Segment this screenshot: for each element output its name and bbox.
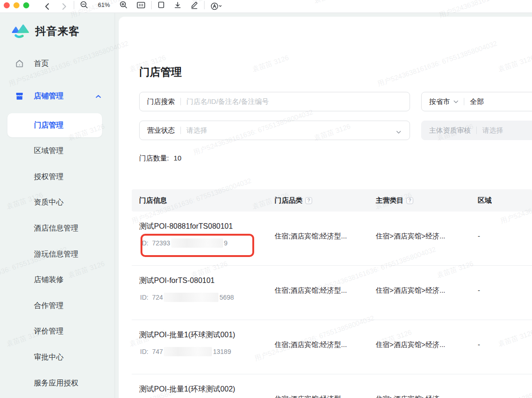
zoom-in-icon[interactable] — [118, 0, 129, 10]
storefront-icon — [15, 91, 24, 101]
region: - — [478, 340, 480, 348]
sidebar-subitem-4[interactable]: 资质中心 — [7, 191, 102, 215]
minimize-window-button[interactable] — [13, 2, 19, 8]
sidebar: 抖音来客 首页 店铺管理 门店管理区域管理授权管理资质中心酒店信息管理游玩信息管… — [0, 13, 115, 398]
qualification-filter-label: 主体资质审核 — [429, 126, 471, 135]
column-header-store-category: 门店品类 ? — [275, 196, 312, 205]
table-header: 门店信息 门店品类 ? 主营类目 ? 区域 — [132, 189, 532, 212]
business-status-select[interactable]: 营业状态 请选择 — [139, 121, 410, 140]
fit-width-icon[interactable] — [135, 0, 147, 10]
region: - — [478, 286, 480, 294]
sidebar-subitem-2[interactable]: 区域管理 — [7, 139, 102, 163]
region: - — [478, 232, 480, 240]
sidebar-subitem-label: 合作管理 — [34, 301, 64, 311]
sidebar-subitem-label: 游玩信息管理 — [34, 250, 78, 259]
sidebar-subitem-label: 门店管理 — [34, 121, 64, 130]
douyin-laike-logo-icon — [11, 21, 31, 41]
download-icon[interactable] — [173, 0, 183, 10]
main-category: 住宿>酒店宾馆>经济... — [376, 340, 445, 349]
store-name[interactable]: 测试POI-批量1(环球测试002) — [139, 385, 235, 394]
store-id-visible-start: 72393 — [152, 239, 170, 247]
store-category: 住宿;酒店宾馆;经济型... — [275, 340, 347, 349]
sidebar-subitem-label: 区域管理 — [34, 146, 64, 156]
province-filter-select[interactable]: 按省市 全部 — [421, 92, 532, 111]
store-id-visible-start: 747 — [152, 348, 163, 355]
zoom-window-button[interactable] — [23, 2, 29, 8]
column-header-store-info: 门店信息 — [139, 196, 167, 205]
sidebar-subitem-label: 酒店信息管理 — [34, 224, 78, 233]
store-id-visible-start: 724 — [152, 294, 163, 301]
store-count-value: 10 — [173, 154, 181, 162]
page-title: 门店管理 — [139, 65, 182, 79]
home-icon — [15, 59, 24, 68]
table-row[interactable]: 测试POI-批量1(环球测试001)ID:74713189住宿;酒店宾馆;经济型… — [132, 320, 532, 374]
input-divider — [180, 127, 181, 134]
qualification-filter-placeholder: 请选择 — [482, 126, 503, 135]
store-category: 住宿;酒店宾馆;经济型... — [275, 395, 347, 398]
status-filter-label: 营业状态 — [147, 126, 175, 135]
sidebar-item-label: 首页 — [34, 59, 49, 69]
help-icon[interactable]: ? — [406, 197, 413, 204]
help-icon[interactable]: ? — [305, 197, 312, 204]
sidebar-subitem-11[interactable]: 服务应用授权 — [7, 371, 102, 395]
search-label: 门店搜索 — [147, 97, 175, 106]
main-category: 住宿>酒店宾馆>经济... — [376, 395, 445, 398]
sidebar-subitem-1[interactable]: 门店管理 — [7, 113, 102, 137]
province-filter-label: 按省市 — [429, 97, 450, 106]
sidebar-subitem-3[interactable]: 授权管理 — [7, 165, 102, 189]
toolbar-divider — [74, 1, 74, 9]
sidebar-subitem-10[interactable]: 审批中心 — [7, 345, 102, 369]
table-row[interactable]: 测试POI-批量1(环球测试002)ID:7477434住宿;酒店宾馆;经济型.… — [132, 374, 532, 398]
search-placeholder: 门店名/ID/备注名/备注编号 — [186, 97, 269, 106]
sidebar-item-label: 店铺管理 — [34, 91, 64, 101]
region: - — [478, 395, 480, 398]
store-count-label: 门店数量: — [139, 154, 169, 162]
store-name[interactable]: 测试POI-80881forTS080101 — [139, 222, 233, 231]
store-search-input[interactable]: 门店搜索 门店名/ID/备注名/备注编号 — [139, 92, 410, 111]
close-window-button[interactable] — [4, 2, 10, 8]
status-filter-placeholder: 请选择 — [186, 126, 207, 135]
sidebar-subitem-9[interactable]: 评价管理 — [7, 320, 102, 344]
page-icon[interactable] — [156, 0, 166, 10]
province-filter-value: 全部 — [470, 97, 484, 106]
sidebar-subitem-5[interactable]: 酒店信息管理 — [7, 216, 102, 240]
sidebar-subitem-label: 资质中心 — [34, 198, 64, 207]
sidebar-subitem-label: 审批中心 — [34, 353, 64, 362]
table-row[interactable]: 测试POI-forTS-080101ID:7245698住宿;酒店宾馆;经济型.… — [132, 266, 532, 320]
store-category: 住宿;酒店宾馆;经济型... — [275, 232, 347, 241]
toolbar-divider — [151, 1, 152, 9]
main-content: 门店管理 门店搜索 门店名/ID/备注名/备注编号 按省市 全部 营业状态 请选… — [119, 17, 532, 398]
forward-icon[interactable] — [59, 1, 69, 12]
store-id-label: ID: — [140, 348, 148, 355]
chevron-down-icon — [396, 128, 401, 135]
store-count: 门店数量: 10 — [139, 154, 181, 163]
zoom-out-icon[interactable] — [79, 0, 90, 10]
toolbar-divider — [204, 1, 205, 9]
window-controls — [4, 2, 29, 8]
sidebar-subitem-label: 服务应用授权 — [34, 379, 78, 388]
redaction-block — [164, 347, 212, 356]
sidebar-subitem-label: 店铺装修 — [34, 275, 64, 285]
store-name[interactable]: 测试POI-forTS-080101 — [139, 276, 215, 286]
store-id: ID:723939 — [140, 238, 228, 248]
store-id: ID:74713189 — [140, 347, 231, 356]
sidebar-item-home[interactable]: 首页 — [0, 54, 115, 73]
table-row[interactable]: 测试POI-80881forTS080101ID:723939住宿;酒店宾馆;经… — [132, 212, 532, 266]
text-recognition-icon[interactable] — [209, 1, 223, 12]
qualification-review-select[interactable]: 主体资质审核 请选择 — [421, 121, 532, 140]
main-category: 住宿>酒店宾馆>经济... — [376, 232, 445, 241]
redaction-block — [164, 293, 218, 302]
zoom-level[interactable]: 61% — [96, 1, 112, 8]
sidebar-item-shop-management[interactable]: 店铺管理 — [0, 87, 115, 105]
input-divider — [476, 127, 477, 134]
back-icon[interactable] — [42, 1, 52, 12]
main-category: 住宿>酒店宾馆>经济... — [376, 286, 445, 295]
sidebar-subitem-7[interactable]: 店铺装修 — [7, 268, 102, 292]
preview-toolbar: 61% — [0, 0, 532, 13]
app-logo[interactable]: 抖音来客 — [11, 21, 80, 41]
signature-icon[interactable] — [189, 0, 199, 10]
store-name[interactable]: 测试POI-批量1(环球测试001) — [139, 330, 235, 340]
sidebar-subitem-6[interactable]: 游玩信息管理 — [7, 242, 102, 266]
app-window: 抖音来客 首页 店铺管理 门店管理区域管理授权管理资质中心酒店信息管理游玩信息管… — [0, 13, 532, 398]
sidebar-subitem-8[interactable]: 合作管理 — [7, 294, 102, 318]
